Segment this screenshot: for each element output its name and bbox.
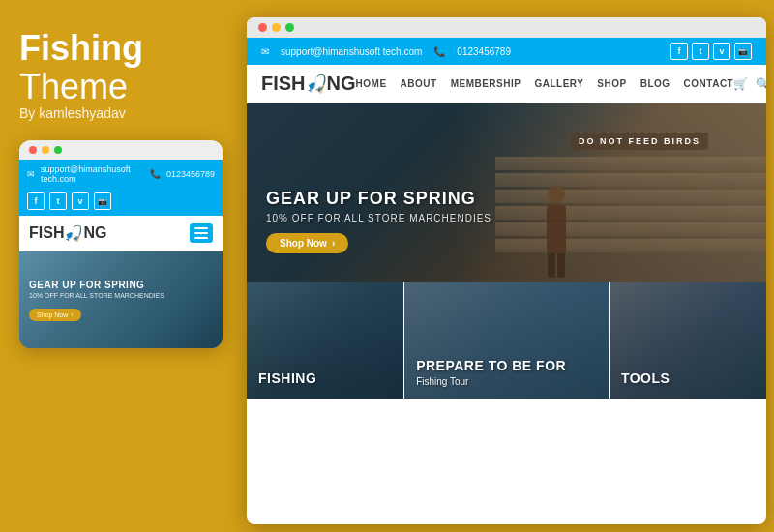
desktop-logo-text1: FISH [261,73,306,95]
nav-contact[interactable]: CONTACT [684,78,734,89]
nav-gallery[interactable]: GALLERY [534,78,583,89]
desktop-social-icons: f t v 📷 [670,43,752,60]
mobile-twitter-icon[interactable]: t [49,192,67,210]
person-silhouette [545,186,569,273]
hamburger-line [194,232,208,234]
desktop-info-bar: ✉ support@himanshusoft tech.com 📞 012345… [247,38,766,65]
mobile-close-dot [29,146,37,154]
desktop-mockup: ✉ support@himanshusoft tech.com 📞 012345… [247,17,766,524]
mobile-max-dot [54,146,62,154]
desktop-hero-content: GEAR UP FOR SPRING 10% OFF FOR ALL STORE… [266,189,491,253]
nav-blog[interactable]: BLOG [640,78,670,89]
mobile-phone-icon: 📞 [150,169,161,179]
desktop-max-dot [285,23,294,32]
fishing-card-content: FISHING [258,370,392,387]
pier-decoration [495,147,766,282]
desktop-twitter-icon[interactable]: t [692,43,709,60]
mobile-instagram-icon[interactable]: 📷 [94,192,111,210]
mobile-window-controls [19,140,223,160]
tour-card-subtitle: Fishing Tour [416,376,597,387]
theme-author: By kamleshyadav [19,105,232,121]
mobile-menu-button[interactable] [190,223,213,243]
sign-decoration: DO NOT FEED BIRDS [571,133,708,150]
mobile-min-dot [42,146,49,154]
desktop-nav-bar: FISH 🎣 NG HOME ABOUT MEMBERSHIP GALLERY … [247,65,766,103]
mobile-vimeo-icon[interactable]: v [72,192,89,210]
desktop-shop-button[interactable]: Shop Now › [266,233,348,253]
mobile-hero-subtitle: 10% OFF FOR ALL STORE MARCHENDIES [29,292,213,299]
tools-card[interactable]: TOOLS [610,282,766,399]
mobile-hero-content: GEAR UP FOR SPRING 10% OFF FOR ALL STORE… [29,280,213,321]
cart-icon[interactable]: 🛒 [733,77,748,91]
desktop-cards-row: FISHING PREPARE TO BE FOR Fishing Tour T… [247,282,766,399]
tour-card-title: PREPARE TO BE FOR [416,358,597,374]
desktop-close-dot [258,23,267,32]
mobile-hero-title: GEAR UP FOR SPRING [29,280,213,290]
mobile-logo-text: FISH [29,224,64,242]
desktop-hero-subtitle: 10% OFF FOR ALL STORE MARCHENDIES [266,213,491,223]
mobile-nav-bar: FISH 🎣 NG [19,216,223,251]
desktop-arrow-icon: › [332,238,335,249]
desktop-instagram-icon[interactable]: 📷 [734,43,752,60]
tools-card-title: TOOLS [621,370,755,387]
mobile-hero: GEAR UP FOR SPRING 10% OFF FOR ALL STORE… [19,251,223,348]
mobile-logo-text2: NG [83,224,106,242]
mobile-phone: 0123456789 [166,169,215,179]
mobile-email: support@himanshusoft tech.com [41,164,144,184]
desktop-logo: FISH 🎣 NG [261,73,356,95]
fishing-card-title: FISHING [258,370,392,387]
desktop-facebook-icon[interactable]: f [670,43,688,60]
search-icon[interactable]: 🔍 [756,77,766,91]
nav-about[interactable]: ABOUT [401,78,437,89]
desktop-hero-title: GEAR UP FOR SPRING [266,189,491,209]
nav-home[interactable]: HOME [356,78,387,89]
desktop-hero: DO NOT FEED BIRDS GEAR UP FOR SPRING 10%… [247,103,766,282]
desktop-phone-icon: 📞 [433,46,445,57]
desktop-nav-action-icons: 🛒 🔍 [733,77,766,91]
mobile-info-bar: ✉ support@himanshusoft tech.com 📞 012345… [19,160,223,189]
mobile-shop-button[interactable]: Shop Now › [29,309,81,321]
hamburger-line [194,227,208,229]
desktop-phone: 0123456789 [457,46,511,57]
hamburger-line [194,237,208,239]
mobile-logo: FISH 🎣 NG [29,224,106,243]
desktop-window-controls [247,17,766,38]
nav-membership[interactable]: MEMBERSHIP [451,78,521,89]
nav-shop[interactable]: SHOP [597,78,626,89]
mobile-facebook-icon[interactable]: f [27,192,45,210]
desktop-logo-hook: 🎣 [306,74,327,95]
desktop-min-dot [272,23,281,32]
left-panel: Fishing Theme By kamleshyadav ✉ support@… [19,29,232,348]
desktop-vimeo-icon[interactable]: v [713,43,730,60]
mobile-logo-hook: 🎣 [64,224,83,243]
desktop-email: support@himanshusoft tech.com [281,46,422,57]
desktop-contact-info: ✉ support@himanshusoft tech.com 📞 012345… [261,46,511,57]
tour-card-content: PREPARE TO BE FOR Fishing Tour [416,358,597,387]
mobile-mockup: ✉ support@himanshusoft tech.com 📞 012345… [19,140,223,348]
theme-title: Fishing Theme [19,29,232,105]
desktop-logo-text2: NG [327,73,356,95]
mobile-arrow-icon: › [71,311,73,318]
fishing-card[interactable]: FISHING [247,282,403,399]
mobile-social-bar: f t v 📷 [19,189,223,216]
desktop-email-icon: ✉ [261,46,269,57]
desktop-nav-links: HOME ABOUT MEMBERSHIP GALLERY SHOP BLOG … [356,78,734,89]
tour-card[interactable]: PREPARE TO BE FOR Fishing Tour [404,282,609,399]
tools-card-content: TOOLS [621,370,755,387]
mobile-email-icon: ✉ [27,169,35,179]
